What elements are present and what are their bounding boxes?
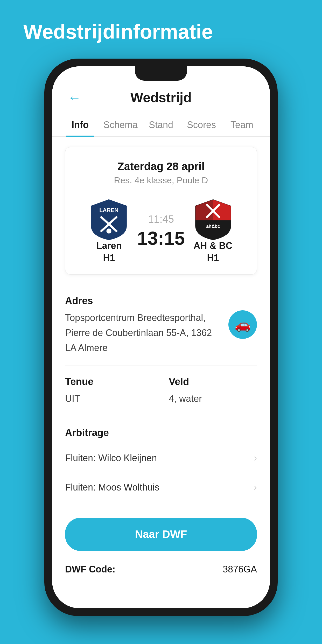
- match-card: Zaterdag 28 april Res. 4e klasse, Poule …: [65, 147, 257, 275]
- address-row: Topsportcentrum Breedtesporthal, Pierre …: [65, 310, 257, 355]
- away-team-name: AH & BC H1: [194, 240, 233, 264]
- svg-point-3: [107, 228, 111, 233]
- info-section: Adres Topsportcentrum Breedtesporthal, P…: [52, 285, 270, 417]
- away-team: ah&bc AH & BC H1: [185, 198, 241, 264]
- tenue-col: Tenue UIT: [65, 376, 153, 406]
- arbitrage-title: Arbitrage: [65, 427, 257, 438]
- match-teams: LAREN Laren H1: [76, 198, 246, 264]
- match-league: Res. 4e klasse, Poule D: [76, 175, 246, 185]
- page-title: Wedstrijdinformatie: [0, 0, 322, 53]
- back-button[interactable]: ←: [68, 90, 81, 105]
- dwf-section: Naar DWF: [52, 507, 270, 556]
- car-icon: 🚗: [235, 317, 251, 332]
- svg-text:ah&bc: ah&bc: [206, 224, 220, 229]
- tenue-value: UIT: [65, 391, 153, 406]
- car-button[interactable]: 🚗: [228, 310, 257, 339]
- referee-name-1: Fluiten: Wilco Kleijnen: [65, 453, 157, 464]
- match-date: Zaterdag 28 april: [76, 160, 246, 173]
- dwf-code-value: 3876GA: [223, 564, 257, 575]
- address-text: Topsportcentrum Breedtesporthal, Pierre …: [65, 310, 223, 355]
- chevron-right-1: ›: [254, 453, 257, 464]
- tab-info[interactable]: Info: [60, 113, 100, 136]
- arbitrage-section: Arbitrage Fluiten: Wilco Kleijnen › Flui…: [52, 417, 270, 507]
- svg-text:LAREN: LAREN: [100, 207, 118, 213]
- phone-notch: [135, 66, 187, 81]
- veld-col: Veld 4, water: [169, 376, 257, 406]
- tenue-veld-block: Tenue UIT Veld 4, water: [65, 366, 257, 417]
- referee-item-2[interactable]: Fluiten: Moos Wolthuis ›: [65, 473, 257, 502]
- dwf-button[interactable]: Naar DWF: [65, 518, 257, 551]
- score-section: 11:45 13:15: [137, 213, 185, 249]
- header-title: Wedstrijd: [130, 90, 192, 105]
- phone-screen: ← Wedstrijd Info Schema Stand: [52, 66, 270, 608]
- dwf-code-row: DWF Code: 3876GA: [52, 556, 270, 583]
- tab-schema[interactable]: Schema: [100, 113, 141, 136]
- tab-stand[interactable]: Stand: [141, 113, 181, 136]
- home-team-name: Laren H1: [96, 240, 122, 264]
- address-label: Adres: [65, 295, 257, 306]
- match-score: 13:15: [137, 228, 185, 249]
- referee-name-2: Fluiten: Moos Wolthuis: [65, 482, 159, 493]
- tab-team[interactable]: Team: [222, 113, 262, 136]
- two-col-info: Tenue UIT Veld 4, water: [65, 376, 257, 406]
- laren-logo: LAREN: [89, 198, 128, 240]
- screen-content: ← Wedstrijd Info Schema Stand: [52, 66, 270, 608]
- referee-item-1[interactable]: Fluiten: Wilco Kleijnen ›: [65, 444, 257, 473]
- veld-value: 4, water: [169, 391, 257, 406]
- chevron-right-2: ›: [254, 482, 257, 493]
- home-team: LAREN Laren H1: [81, 198, 137, 264]
- phone-frame: ← Wedstrijd Info Schema Stand: [44, 59, 278, 616]
- dwf-code-label: DWF Code:: [65, 564, 115, 575]
- ahbc-logo: ah&bc: [194, 198, 233, 240]
- veld-label: Veld: [169, 376, 257, 387]
- tenue-label: Tenue: [65, 376, 153, 387]
- tabs-container: Info Schema Stand Scores Team: [52, 113, 270, 137]
- page-background: Wedstrijdinformatie ← Wedstrijd Info: [0, 0, 322, 616]
- tab-scores[interactable]: Scores: [181, 113, 222, 136]
- phone-wrapper: ← Wedstrijd Info Schema Stand: [0, 53, 322, 616]
- match-time: 11:45: [148, 213, 174, 225]
- address-block: Adres Topsportcentrum Breedtesporthal, P…: [65, 285, 257, 366]
